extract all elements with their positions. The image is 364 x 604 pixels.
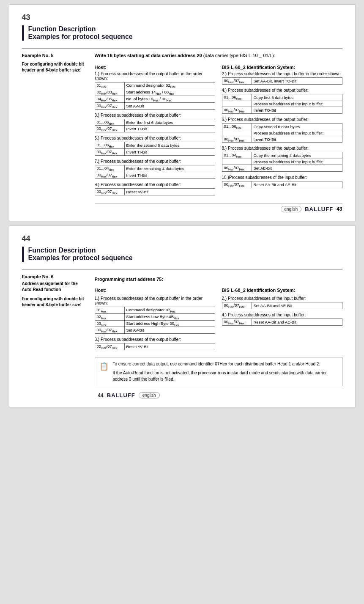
header-bar-43: Function Description Examples for protoc… <box>22 25 342 41</box>
note-box-44: 📋 To ensure correct data output, use com… <box>95 357 342 386</box>
table4-44: 00Hex/07HexReset AA-Bit and AE-Bit <box>222 318 342 326</box>
step2-label-44: 2.) Process subaddresses of the input bu… <box>222 296 342 301</box>
example-label-44: Example No. 6 <box>22 274 90 279</box>
table-row: 01...06HexEnter the first 6 data bytes <box>95 119 215 126</box>
two-col-43: Host: 1.) Process subaddresses of the ou… <box>95 61 342 198</box>
footer-44: 44 BALLUFF english <box>95 392 342 398</box>
footer-page-num-44: 44 <box>98 393 104 398</box>
table-row: 00Hex/07HexSet AV-Bit <box>95 327 215 334</box>
divider-43 <box>22 48 342 49</box>
header-title1-44: Function Description <box>28 247 342 254</box>
balluff-logo-43: BALLUFF <box>305 206 333 212</box>
host-title-43: Host: <box>95 65 215 70</box>
table1-43: 01HexCommand designator 02Hex 02Hex/03He… <box>95 82 215 110</box>
host-col-43: Host: 1.) Process subaddresses of the ou… <box>95 61 215 198</box>
step10-label-43: 10.)Process subaddresses of the input bu… <box>222 175 342 180</box>
step9-label-43: 9.) Process subaddresses of the output b… <box>95 182 215 187</box>
table-row: 01...06HexCopy second 6 data bytes <box>222 123 342 130</box>
table10-43: 00Hex/07HexReset AA-Bit and AE-Bit <box>222 181 342 188</box>
table6-43: 01...06HexCopy second 6 data bytes Proce… <box>222 123 342 143</box>
table-row: 00Hex/07HexSet AA-Bit and AE-Bit <box>222 302 342 309</box>
address-title-44: Programming start address 75: <box>95 277 342 282</box>
step3-label-43: 3.) Process subaddresses of the output b… <box>95 113 215 118</box>
host-title-44: Host: <box>95 288 215 293</box>
example-label-43: Example No. 5 <box>22 53 90 58</box>
step7-label-43: 7.) Process subaddresses of the output b… <box>95 159 215 164</box>
page-44: 44 Function Description Examples for pro… <box>9 225 356 407</box>
two-col-44: Host: 1.) Process subaddresses of the ou… <box>95 284 342 353</box>
header-title2-44: Examples for protocol sequence <box>28 254 342 262</box>
table-row: 00Hex/07HexReset AV-Bit <box>95 343 215 350</box>
table-row: 02Hex/03HexStart address 14Hex / 00Hex <box>95 89 215 96</box>
table-row: 00Hex/07HexReset AA-Bit and AE-Bit <box>222 181 342 188</box>
example-subtitle1-44: Address assignment for the Auto-Read fun… <box>22 281 90 293</box>
english-badge-43: english <box>281 206 302 212</box>
note-line1-44: To ensure correct data output, use comma… <box>113 361 338 367</box>
page-number-43: 43 <box>22 13 342 22</box>
table-row: 00Hex/07HexReset AV-Bit <box>95 188 215 195</box>
table-row: 00Hex/07HexSet AA-Bit, invert TO-Bit <box>222 78 342 85</box>
table-row: 00Hex/07HexInvert TI-Bit <box>95 126 215 132</box>
page-number-44: 44 <box>22 234 342 243</box>
table-row: Process subaddress of the input buffer: <box>222 159 342 165</box>
table8-43: 01...04HexCopy the remaining 4 data byte… <box>222 152 342 172</box>
table9-43: 00Hex/07HexReset AV-Bit <box>95 188 215 195</box>
table2-43: 00Hex/07HexSet AA-Bit, invert TO-Bit <box>222 77 342 85</box>
table-row: 01...04HexEnter the remaining 4 data byt… <box>95 165 215 172</box>
table-row: 00Hex/07HexReset AA-Bit and AE-Bit <box>222 318 342 325</box>
table2-44: 00Hex/07HexSet AA-Bit and AE-Bit <box>222 302 342 309</box>
table3-43: 01...06HexEnter the first 6 data bytes 0… <box>95 119 215 133</box>
header-bar-44: Function Description Examples for protoc… <box>22 247 342 262</box>
table-row: 00Hex/07HexInvert TO-Bit <box>222 136 342 143</box>
table-row: 00Hex/07HexSet AV-Bit <box>95 102 215 109</box>
table-row: 01...04HexCopy the remaining 4 data byte… <box>222 152 342 159</box>
table-row: Process subaddress of the input buffer: <box>222 101 342 107</box>
table-row: 00Hex/07HexInvert TO-Bit <box>222 107 342 113</box>
table-row: 01HexCommand designator 07Hex <box>95 307 215 313</box>
step4-label-43: 4.) Process subaddresses of the output b… <box>222 88 342 93</box>
table-row: 00Hex/07HexSet AE-Bit <box>222 165 342 172</box>
balluff-logo-44: BALLUFF <box>107 392 135 398</box>
note-icon-44: 📋 <box>99 361 109 382</box>
step2-label-43: 2.) Process subaddresses of the input bu… <box>222 71 342 76</box>
example-subtitle2-44: For configuring with double bit header a… <box>22 296 90 308</box>
note-line2-44: If the Auto-Read function is not activat… <box>113 370 338 382</box>
bis-title-43: BIS L-60_2 Identification System: <box>222 65 342 70</box>
bis-col-43: BIS L-60_2 Identification System: 2.) Pr… <box>222 61 342 198</box>
header-title1-43: Function Description <box>28 25 342 33</box>
note-text-44: To ensure correct data output, use comma… <box>113 361 338 382</box>
english-badge-44: english <box>139 392 160 398</box>
bis-col-44: BIS L-60_2 Identification System: 2.) Pr… <box>222 284 342 353</box>
table3-44: 00Hex/07HexReset AV-Bit <box>95 343 215 350</box>
table-row: 00Hex/07HexInvert TI-Bit <box>95 172 215 179</box>
right-col-44: Programming start address 75: Host: 1.) … <box>95 274 342 398</box>
host-col-44: Host: 1.) Process subaddresses of the ou… <box>95 284 215 353</box>
divider-44 <box>22 269 342 270</box>
table-row: 04Hex/05HexNo. of bytes 10Hex / 00Hex <box>95 96 215 102</box>
table-row: 02HexStart address Low Byte 4BHex <box>95 313 215 320</box>
page-43: 43 Function Description Examples for pro… <box>9 4 356 221</box>
step1-label-43: 1.) Process subaddresses of the output b… <box>95 71 215 81</box>
table-row: Process subaddress of the input buffer: <box>222 130 342 136</box>
table5-43: 01...06HexEnter the second 6 data bytes … <box>95 142 215 156</box>
footer-43: english BALLUFF 43 <box>95 203 342 212</box>
example-heading-43: Write 16 bytes starting at data carrier … <box>95 53 202 58</box>
left-col-44: Example No. 6 Address assignment for the… <box>22 274 90 398</box>
content-area-43: Example No. 5 For configuring with doubl… <box>22 53 342 212</box>
table-row: 00Hex/07HexInvert TI-Bit <box>95 149 215 156</box>
step3-label-44: 3.) Process subaddresses of the output b… <box>95 337 215 342</box>
step1-label-44: 1.) Process subaddresses of the output b… <box>95 296 215 305</box>
step5-label-43: 5.) Process subaddresses of the output b… <box>95 136 215 140</box>
footer-page-num-43: 43 <box>337 206 342 212</box>
table-row: 01...06HexCopy first 6 data bytes <box>222 94 342 101</box>
table-row: 01...06HexEnter the second 6 data bytes <box>95 142 215 149</box>
header-title2-43: Examples for protocol sequence <box>28 33 342 41</box>
left-col-43: Example No. 5 For configuring with doubl… <box>22 53 90 212</box>
step8-label-43: 8.) Process subaddresses of the output b… <box>222 146 342 151</box>
table-row: 01HexCommand designator 02Hex <box>95 82 215 89</box>
table1-44: 01HexCommand designator 07Hex 02HexStart… <box>95 307 215 334</box>
table7-43: 01...04HexEnter the remaining 4 data byt… <box>95 165 215 179</box>
content-area-44: Example No. 6 Address assignment for the… <box>22 274 342 398</box>
step6-label-43: 6.) Process subaddresses of the output b… <box>222 117 342 122</box>
right-col-43: Write 16 bytes starting at data carrier … <box>95 53 342 212</box>
